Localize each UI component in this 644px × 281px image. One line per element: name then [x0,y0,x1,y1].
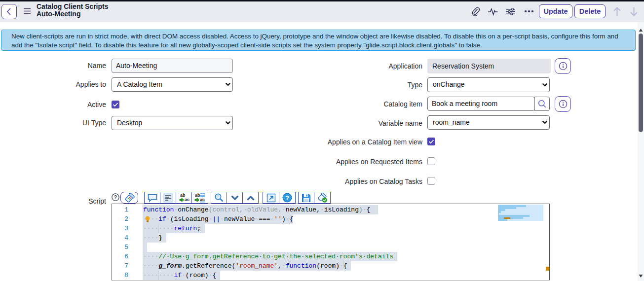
svg-text:ac: ac [200,197,205,202]
svg-text:ac: ac [185,197,189,202]
svg-text:?: ? [285,194,289,202]
svg-text:?: ? [114,195,117,200]
